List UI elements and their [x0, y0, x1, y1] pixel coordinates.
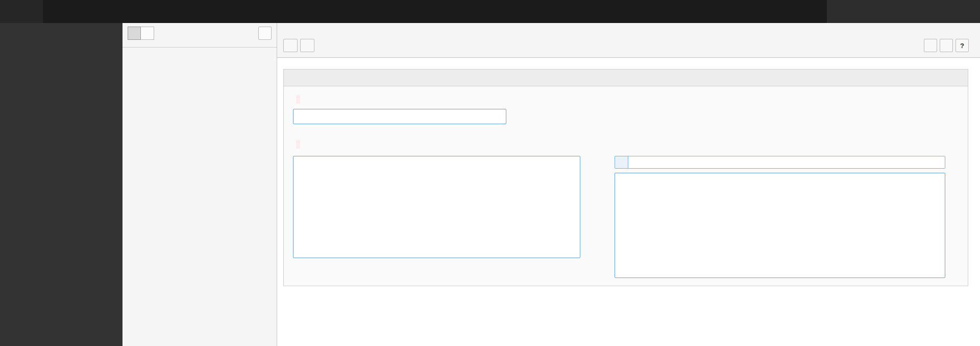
breadcrumb [283, 26, 969, 36]
clear-cache-icon[interactable] [750, 6, 765, 17]
save-button[interactable] [300, 39, 314, 52]
site-brand[interactable] [43, 0, 66, 23]
record-footer [283, 291, 968, 299]
filter-funnel-icon[interactable] [615, 156, 628, 169]
title-input[interactable] [293, 109, 506, 124]
tab-bar [284, 70, 968, 86]
doc-header: ? [277, 23, 980, 58]
modulemenu-toggle-icon[interactable] [7, 6, 18, 17]
bookmarks-icon[interactable] [734, 6, 750, 17]
tree-toolbar [122, 23, 277, 48]
search-icon [835, 6, 843, 17]
selected-items-list[interactable] [293, 156, 580, 258]
help-icon[interactable] [765, 6, 780, 17]
topbar-toggle-group [0, 0, 43, 23]
region-record-icon [953, 291, 961, 299]
bookmark-button[interactable] [940, 39, 953, 52]
module-sidebar [0, 23, 122, 346]
available-items-filter-input[interactable] [628, 156, 945, 169]
form-panel [283, 69, 968, 286]
available-items-list[interactable] [615, 173, 945, 278]
new-page-button[interactable] [128, 27, 141, 40]
title-field-flag [296, 95, 300, 104]
search-input[interactable] [827, 0, 980, 23]
system-information-icon[interactable] [780, 6, 796, 17]
refresh-tree-button[interactable] [258, 27, 272, 40]
avatar [803, 6, 814, 17]
typo3-logo-icon [50, 6, 61, 17]
folder-icon [959, 28, 966, 35]
countries-field-flag [296, 140, 300, 149]
user-menu[interactable] [796, 0, 827, 23]
close-button[interactable] [283, 39, 298, 52]
page-tree [122, 48, 277, 52]
clear-input-icon[interactable] [495, 113, 501, 120]
topbar-actions [734, 0, 796, 23]
page-tree-panel [122, 23, 277, 346]
open-in-new-window-button[interactable] [924, 39, 937, 52]
help-button[interactable]: ? [955, 39, 969, 52]
filter-tree-button[interactable] [141, 27, 154, 40]
navigation-toggle-icon[interactable] [25, 6, 36, 17]
content-area: ? [277, 23, 980, 346]
top-bar [0, 0, 980, 23]
